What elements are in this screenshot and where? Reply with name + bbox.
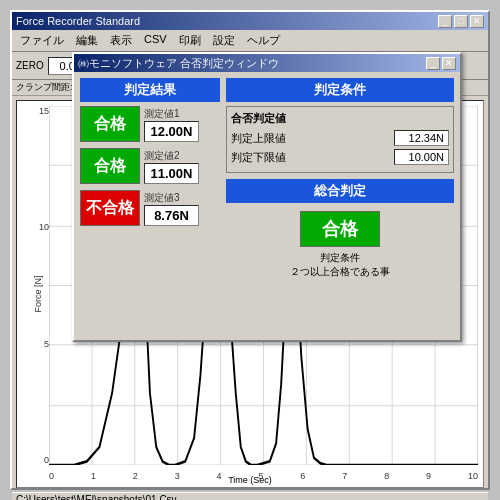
total-section-header: 総合判定 bbox=[226, 179, 454, 203]
title-bar: Force Recorder Standard _ □ ✕ bbox=[12, 12, 488, 30]
status-path: C:\Users\test\MEI\snapshots\01.Csv bbox=[16, 494, 177, 500]
result-row-3: 不合格 測定値3 8.76N bbox=[80, 190, 220, 226]
menu-file[interactable]: ファイル bbox=[16, 32, 68, 49]
condition-upper-label: 判定上限値 bbox=[231, 131, 286, 146]
main-window: Force Recorder Standard _ □ ✕ ファイル 編集 表示… bbox=[10, 10, 490, 490]
condition-section-header: 判定条件 bbox=[226, 78, 454, 102]
dialog-minimize[interactable]: _ bbox=[426, 57, 440, 70]
menu-print[interactable]: 印刷 bbox=[175, 32, 205, 49]
zero-label: ZERO bbox=[16, 60, 44, 71]
close-button[interactable]: ✕ bbox=[470, 15, 484, 28]
condition-upper-row: 判定上限値 12.34N bbox=[231, 130, 449, 146]
minimize-button[interactable]: _ bbox=[438, 15, 452, 28]
result-label-3: 測定値3 bbox=[144, 191, 199, 205]
result-detail-1: 測定値1 12.00N bbox=[144, 107, 199, 142]
y-label-10: 10 bbox=[39, 222, 49, 232]
condition-header: 合否判定値 bbox=[231, 111, 449, 126]
menu-help[interactable]: ヘルプ bbox=[243, 32, 284, 49]
menu-bar: ファイル 編集 表示 CSV 印刷 設定 ヘルプ bbox=[12, 30, 488, 52]
menu-settings[interactable]: 設定 bbox=[209, 32, 239, 49]
result-section: 判定結果 合格 測定値1 12.00N 合格 bbox=[80, 78, 220, 334]
dialog-title-bar: ㈱モニソフトウェア 合否判定ウィンドウ _ ✕ bbox=[74, 54, 460, 72]
menu-view[interactable]: 表示 bbox=[106, 32, 136, 49]
result-detail-2: 測定値2 11.00N bbox=[144, 149, 199, 184]
result-badge-1: 合格 bbox=[80, 106, 140, 142]
condition-lower-value: 10.00N bbox=[394, 149, 449, 165]
maximize-button[interactable]: □ bbox=[454, 15, 468, 28]
dialog-close[interactable]: ✕ bbox=[442, 57, 456, 70]
result-row-2: 合格 測定値2 11.00N bbox=[80, 148, 220, 184]
y-label-5: 5 bbox=[44, 339, 49, 349]
dialog-title-buttons: _ ✕ bbox=[426, 57, 456, 70]
result-section-header: 判定結果 bbox=[80, 78, 220, 102]
result-label-1: 測定値1 bbox=[144, 107, 199, 121]
total-inner: 合格 判定条件 ２つ以上合格である事 bbox=[226, 207, 454, 283]
result-badge-2: 合格 bbox=[80, 148, 140, 184]
condition-lower-row: 判定下限値 10.00N bbox=[231, 149, 449, 165]
toolbar-zero-group: ZERO bbox=[16, 60, 44, 71]
condition-upper-value: 12.34N bbox=[394, 130, 449, 146]
dialog-body: 判定結果 合格 測定値1 12.00N 合格 bbox=[74, 72, 460, 340]
result-detail-3: 測定値3 8.76N bbox=[144, 191, 199, 226]
y-label-0: 0 bbox=[44, 455, 49, 465]
menu-csv[interactable]: CSV bbox=[140, 32, 171, 49]
result-badge-3: 不合格 bbox=[80, 190, 140, 226]
result-value-1: 12.00N bbox=[144, 121, 199, 142]
condition-section: 判定条件 合否判定値 判定上限値 12.34N 判定下限値 10.00N 総合判… bbox=[226, 78, 454, 334]
result-value-2: 11.00N bbox=[144, 163, 199, 184]
y-axis-labels: 15 10 5 0 bbox=[19, 106, 49, 465]
result-label-2: 測定値2 bbox=[144, 149, 199, 163]
menu-edit[interactable]: 編集 bbox=[72, 32, 102, 49]
x-axis-title: Time (Sec) bbox=[17, 475, 483, 485]
total-note: 判定条件 ２つ以上合格である事 bbox=[290, 251, 390, 279]
result-row-1: 合格 測定値1 12.00N bbox=[80, 106, 220, 142]
status-bar-bottom: C:\Users\test\MEI\snapshots\01.Csv bbox=[12, 492, 488, 500]
total-badge: 合格 bbox=[300, 211, 380, 247]
y-label-15: 15 bbox=[39, 106, 49, 116]
app-title: Force Recorder Standard bbox=[16, 15, 140, 27]
title-bar-buttons: _ □ ✕ bbox=[438, 15, 484, 28]
condition-inner: 合否判定値 判定上限値 12.34N 判定下限値 10.00N bbox=[226, 106, 454, 173]
judgment-dialog: ㈱モニソフトウェア 合否判定ウィンドウ _ ✕ 判定結果 合格 測定値1 12.… bbox=[72, 52, 462, 342]
result-value-3: 8.76N bbox=[144, 205, 199, 226]
condition-lower-label: 判定下限値 bbox=[231, 150, 286, 165]
dialog-title-text: ㈱モニソフトウェア 合否判定ウィンドウ bbox=[78, 56, 279, 71]
